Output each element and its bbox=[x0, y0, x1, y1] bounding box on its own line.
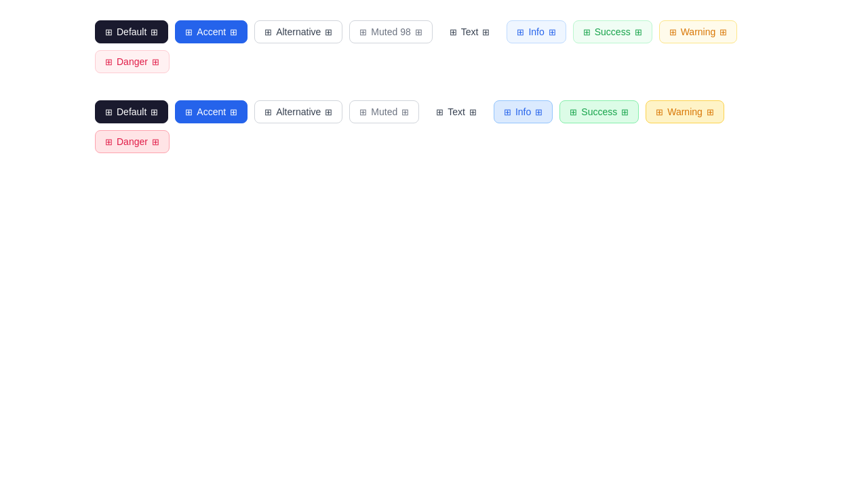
button-row-2: ⊞Default⊞⊞Accent⊞⊞Alternative⊞⊞Muted⊞⊞Te… bbox=[95, 100, 773, 153]
alternative-label: Alternative bbox=[276, 106, 321, 117]
alternative-icon-right: ⊞ bbox=[325, 107, 332, 117]
danger-icon-right: ⊞ bbox=[152, 57, 159, 67]
accent-label: Accent bbox=[197, 106, 226, 117]
btn-danger[interactable]: ⊞Danger⊞ bbox=[95, 50, 170, 73]
button-row-1: ⊞Default⊞⊞Accent⊞⊞Alternative⊞⊞Muted 98⊞… bbox=[95, 20, 773, 73]
btn-alternative[interactable]: ⊞Alternative⊞ bbox=[254, 100, 342, 123]
alternative-label: Alternative bbox=[276, 26, 321, 37]
warning-icon-right: ⊞ bbox=[719, 27, 727, 37]
danger-icon-left: ⊞ bbox=[105, 137, 113, 147]
btn-info[interactable]: ⊞Info⊞ bbox=[507, 20, 566, 43]
btn-warning[interactable]: ⊞Warning⊞ bbox=[659, 20, 738, 43]
text-label: Text bbox=[461, 26, 479, 37]
info-icon-left: ⊞ bbox=[517, 27, 524, 37]
default-icon-right: ⊞ bbox=[151, 27, 158, 37]
btn-alternative[interactable]: ⊞Alternative⊞ bbox=[254, 20, 342, 43]
muted-label: Muted 98 bbox=[371, 26, 410, 37]
btn-info[interactable]: ⊞Info⊞ bbox=[494, 100, 553, 123]
success-label: Success bbox=[581, 106, 617, 117]
default-icon-right: ⊞ bbox=[151, 107, 158, 117]
default-icon-left: ⊞ bbox=[105, 27, 113, 37]
default-label: Default bbox=[117, 106, 146, 117]
btn-accent[interactable]: ⊞Accent⊞ bbox=[175, 20, 248, 43]
muted-icon-right: ⊞ bbox=[401, 107, 409, 117]
muted-icon-left: ⊞ bbox=[359, 27, 367, 37]
btn-danger[interactable]: ⊞Danger⊞ bbox=[95, 130, 170, 153]
default-icon-left: ⊞ bbox=[105, 107, 113, 117]
alternative-icon-right: ⊞ bbox=[325, 27, 332, 37]
muted-icon-left: ⊞ bbox=[359, 107, 367, 117]
warning-icon-right: ⊞ bbox=[707, 107, 714, 117]
accent-icon-left: ⊞ bbox=[185, 107, 193, 117]
text-icon-left: ⊞ bbox=[450, 27, 457, 37]
info-icon-right: ⊞ bbox=[535, 107, 542, 117]
info-label: Info bbox=[528, 26, 544, 37]
danger-icon-left: ⊞ bbox=[105, 57, 113, 67]
btn-accent[interactable]: ⊞Accent⊞ bbox=[175, 100, 248, 123]
warning-icon-left: ⊞ bbox=[669, 27, 677, 37]
muted-label: Muted bbox=[371, 106, 397, 117]
btn-success[interactable]: ⊞Success⊞ bbox=[573, 20, 652, 43]
default-label: Default bbox=[117, 26, 146, 37]
alternative-icon-left: ⊞ bbox=[264, 27, 272, 37]
info-icon-right: ⊞ bbox=[549, 27, 556, 37]
danger-icon-right: ⊞ bbox=[152, 137, 159, 147]
btn-muted[interactable]: ⊞Muted 98⊞ bbox=[349, 20, 432, 43]
btn-warning[interactable]: ⊞Warning⊞ bbox=[646, 100, 724, 123]
btn-text[interactable]: ⊞Text⊞ bbox=[439, 20, 500, 43]
text-icon-right: ⊞ bbox=[482, 27, 490, 37]
success-icon-right: ⊞ bbox=[635, 27, 642, 37]
success-icon-left: ⊞ bbox=[570, 107, 577, 117]
success-icon-right: ⊞ bbox=[621, 107, 629, 117]
text-icon-right: ⊞ bbox=[469, 107, 477, 117]
accent-label: Accent bbox=[197, 26, 226, 37]
danger-label: Danger bbox=[117, 136, 148, 147]
success-icon-left: ⊞ bbox=[583, 27, 591, 37]
btn-default[interactable]: ⊞Default⊞ bbox=[95, 100, 168, 123]
alternative-icon-left: ⊞ bbox=[264, 107, 272, 117]
warning-label: Warning bbox=[667, 106, 703, 117]
info-icon-left: ⊞ bbox=[504, 107, 511, 117]
text-label: Text bbox=[448, 106, 465, 117]
accent-icon-right: ⊞ bbox=[230, 107, 237, 117]
main-container: ⊞Default⊞⊞Accent⊞⊞Alternative⊞⊞Muted 98⊞… bbox=[0, 0, 868, 201]
muted-icon-right: ⊞ bbox=[415, 27, 422, 37]
accent-icon-left: ⊞ bbox=[185, 27, 193, 37]
danger-label: Danger bbox=[117, 56, 148, 67]
btn-default[interactable]: ⊞Default⊞ bbox=[95, 20, 168, 43]
btn-text[interactable]: ⊞Text⊞ bbox=[426, 100, 487, 123]
warning-icon-left: ⊞ bbox=[656, 107, 663, 117]
btn-success[interactable]: ⊞Success⊞ bbox=[559, 100, 639, 123]
btn-muted[interactable]: ⊞Muted⊞ bbox=[349, 100, 419, 123]
text-icon-left: ⊞ bbox=[436, 107, 443, 117]
accent-icon-right: ⊞ bbox=[230, 27, 237, 37]
warning-label: Warning bbox=[681, 26, 716, 37]
success-label: Success bbox=[595, 26, 631, 37]
info-label: Info bbox=[515, 106, 531, 117]
